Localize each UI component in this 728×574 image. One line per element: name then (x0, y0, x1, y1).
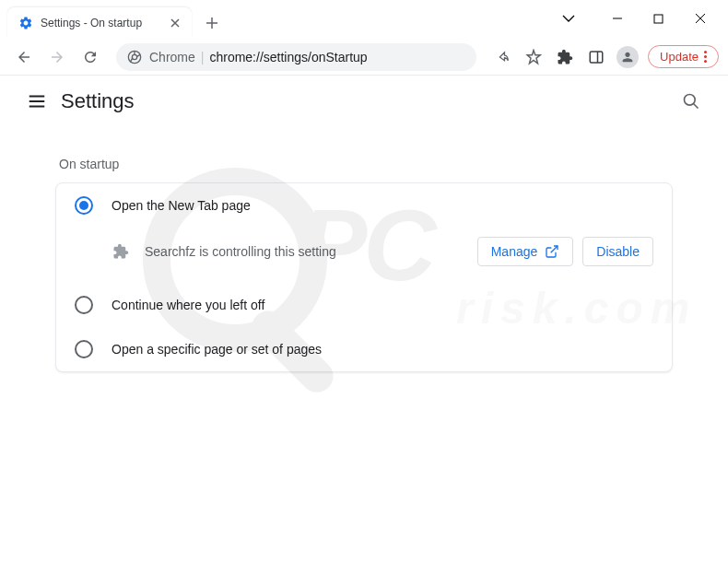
browser-tab[interactable]: Settings - On startup (7, 7, 192, 39)
browser-toolbar: Chrome | chrome://settings/onStartup Upd… (0, 39, 728, 76)
window-maximize-button[interactable] (638, 5, 679, 32)
svg-rect-3 (590, 52, 603, 63)
window-titlebar: Settings - On startup (0, 0, 728, 39)
svg-line-6 (694, 104, 699, 109)
window-minimize-button[interactable] (596, 5, 638, 32)
svg-point-2 (132, 54, 136, 59)
chrome-icon (127, 50, 142, 64)
option-label: Open the New Tab page (112, 198, 251, 213)
manage-label: Manage (491, 244, 538, 259)
option-new-tab[interactable]: Open the New Tab page (56, 183, 672, 228)
url-separator: | (201, 50, 205, 64)
extension-notice: Searchfz is controlling this setting Man… (56, 228, 672, 283)
option-continue[interactable]: Continue where you left off (56, 283, 672, 327)
option-label: Continue where you left off (112, 298, 264, 312)
tab-title: Settings - On startup (41, 17, 168, 29)
address-bar[interactable]: Chrome | chrome://settings/onStartup (116, 43, 476, 71)
reload-button[interactable] (76, 42, 105, 72)
external-link-icon (545, 244, 559, 259)
tab-search-button[interactable] (547, 5, 589, 32)
radio-icon (75, 296, 93, 314)
notice-text: Searchfz is controlling this setting (145, 244, 477, 259)
option-specific[interactable]: Open a specific page or set of pages (56, 327, 672, 371)
forward-button[interactable] (42, 42, 72, 72)
update-label: Update (660, 50, 699, 64)
url-text: chrome://settings/onStartup (209, 50, 367, 64)
url-prefix: Chrome (149, 50, 195, 64)
main-content: On startup Open the New Tab page Searchf… (0, 127, 728, 387)
svg-rect-0 (654, 15, 663, 23)
manage-button[interactable]: Manage (477, 237, 574, 266)
search-button[interactable] (673, 83, 710, 120)
share-button[interactable] (487, 42, 517, 72)
window-close-button[interactable] (679, 5, 721, 32)
new-tab-button[interactable] (199, 10, 225, 36)
radio-icon (75, 340, 93, 358)
toolbar-actions: Update (487, 42, 719, 72)
svg-line-7 (551, 246, 558, 252)
section-title: On startup (59, 157, 673, 171)
svg-point-5 (685, 95, 696, 106)
tab-close-button[interactable] (168, 16, 182, 30)
option-label: Open a specific page or set of pages (112, 342, 322, 357)
avatar-icon (616, 46, 639, 68)
page-title: Settings (61, 89, 135, 113)
radio-icon (75, 196, 93, 215)
extensions-button[interactable] (550, 42, 580, 72)
disable-label: Disable (596, 244, 640, 259)
back-button[interactable] (9, 42, 39, 72)
bookmark-button[interactable] (519, 42, 548, 72)
disable-button[interactable]: Disable (582, 237, 653, 266)
profile-button[interactable] (613, 42, 642, 72)
gear-icon (18, 16, 33, 30)
sidepanel-button[interactable] (581, 42, 611, 72)
menu-dots-icon (704, 51, 707, 63)
menu-button[interactable] (18, 83, 55, 120)
settings-header: Settings (0, 76, 728, 127)
window-controls (547, 4, 721, 33)
update-button[interactable]: Update (648, 45, 719, 68)
extension-icon (112, 242, 130, 261)
startup-card: Open the New Tab page Searchfz is contro… (55, 182, 673, 372)
notice-actions: Manage Disable (477, 237, 653, 266)
